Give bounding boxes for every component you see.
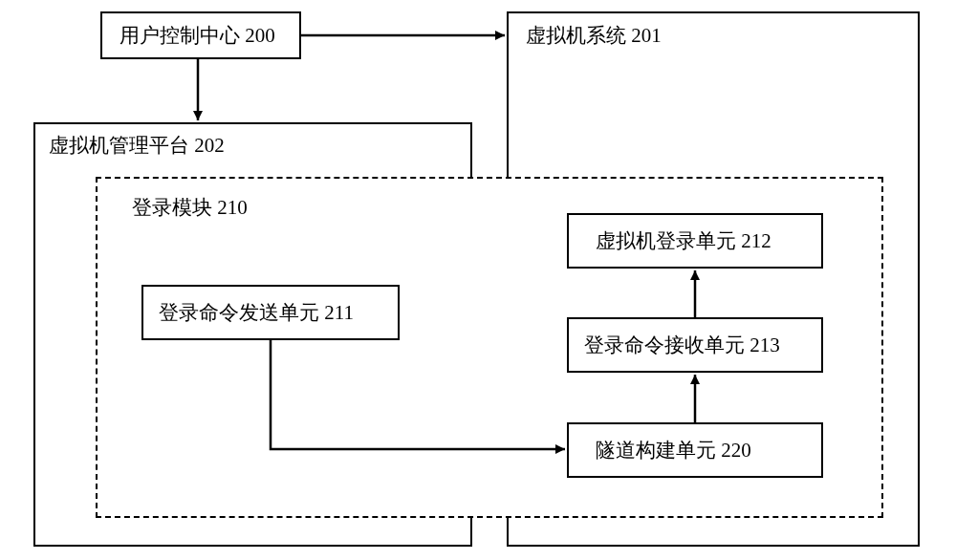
tunnel-build-unit-label: 隧道构建单元 220 <box>596 439 751 463</box>
login-cmd-recv-unit-label: 登录命令接收单元 213 <box>584 334 780 357</box>
user-control-center-label: 用户控制中心 200 <box>120 24 275 48</box>
vm-system-label: 虚拟机系统 201 <box>526 24 662 48</box>
login-module-label: 登录模块 210 <box>132 196 248 220</box>
login-cmd-send-unit-label: 登录命令发送单元 211 <box>159 301 354 325</box>
vm-mgmt-platform-label: 虚拟机管理平台 202 <box>49 134 225 158</box>
vm-login-unit-label: 虚拟机登录单元 212 <box>596 229 771 253</box>
